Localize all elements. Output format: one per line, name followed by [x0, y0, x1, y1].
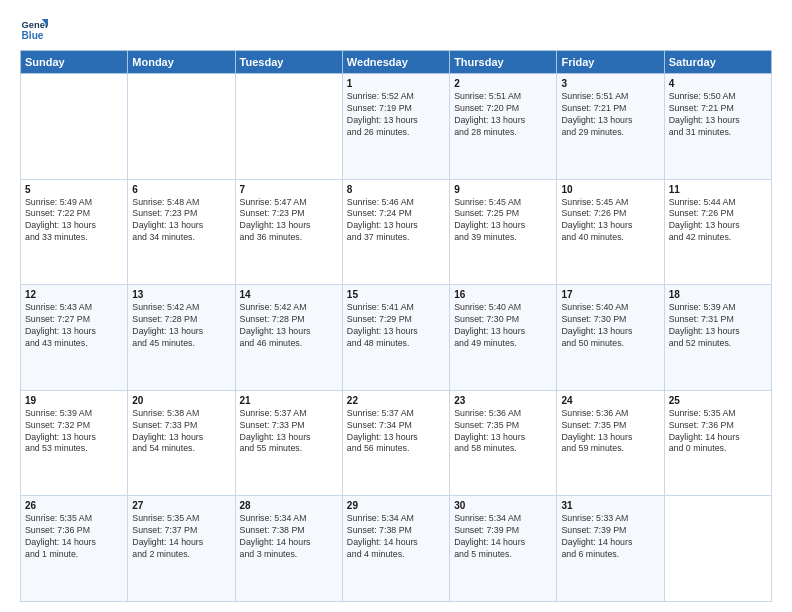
day-number: 8	[347, 184, 445, 195]
calendar-cell: 22Sunrise: 5:37 AM Sunset: 7:34 PM Dayli…	[342, 390, 449, 496]
calendar-cell: 17Sunrise: 5:40 AM Sunset: 7:30 PM Dayli…	[557, 285, 664, 391]
day-info: Sunrise: 5:37 AM Sunset: 7:33 PM Dayligh…	[240, 408, 338, 456]
day-number: 6	[132, 184, 230, 195]
day-number: 21	[240, 395, 338, 406]
day-number: 27	[132, 500, 230, 511]
svg-text:Blue: Blue	[22, 30, 44, 41]
day-info: Sunrise: 5:34 AM Sunset: 7:38 PM Dayligh…	[240, 513, 338, 561]
day-info: Sunrise: 5:45 AM Sunset: 7:26 PM Dayligh…	[561, 197, 659, 245]
calendar-cell: 12Sunrise: 5:43 AM Sunset: 7:27 PM Dayli…	[21, 285, 128, 391]
day-info: Sunrise: 5:40 AM Sunset: 7:30 PM Dayligh…	[454, 302, 552, 350]
day-info: Sunrise: 5:39 AM Sunset: 7:31 PM Dayligh…	[669, 302, 767, 350]
logo-icon: General Blue	[20, 16, 48, 44]
day-number: 26	[25, 500, 123, 511]
calendar-cell: 20Sunrise: 5:38 AM Sunset: 7:33 PM Dayli…	[128, 390, 235, 496]
week-row-2: 5Sunrise: 5:49 AM Sunset: 7:22 PM Daylig…	[21, 179, 772, 285]
calendar-cell: 6Sunrise: 5:48 AM Sunset: 7:23 PM Daylig…	[128, 179, 235, 285]
day-number: 16	[454, 289, 552, 300]
week-row-1: 1Sunrise: 5:52 AM Sunset: 7:19 PM Daylig…	[21, 74, 772, 180]
calendar-cell: 25Sunrise: 5:35 AM Sunset: 7:36 PM Dayli…	[664, 390, 771, 496]
day-number: 24	[561, 395, 659, 406]
weekday-header-monday: Monday	[128, 51, 235, 74]
day-number: 9	[454, 184, 552, 195]
calendar-cell	[21, 74, 128, 180]
day-info: Sunrise: 5:49 AM Sunset: 7:22 PM Dayligh…	[25, 197, 123, 245]
day-number: 12	[25, 289, 123, 300]
day-number: 18	[669, 289, 767, 300]
day-number: 10	[561, 184, 659, 195]
day-info: Sunrise: 5:42 AM Sunset: 7:28 PM Dayligh…	[132, 302, 230, 350]
calendar-cell: 31Sunrise: 5:33 AM Sunset: 7:39 PM Dayli…	[557, 496, 664, 602]
calendar-cell: 30Sunrise: 5:34 AM Sunset: 7:39 PM Dayli…	[450, 496, 557, 602]
day-info: Sunrise: 5:36 AM Sunset: 7:35 PM Dayligh…	[561, 408, 659, 456]
weekday-header-saturday: Saturday	[664, 51, 771, 74]
day-info: Sunrise: 5:52 AM Sunset: 7:19 PM Dayligh…	[347, 91, 445, 139]
calendar-cell	[128, 74, 235, 180]
day-number: 30	[454, 500, 552, 511]
weekday-row: SundayMondayTuesdayWednesdayThursdayFrid…	[21, 51, 772, 74]
calendar-cell: 2Sunrise: 5:51 AM Sunset: 7:20 PM Daylig…	[450, 74, 557, 180]
weekday-header-tuesday: Tuesday	[235, 51, 342, 74]
day-number: 3	[561, 78, 659, 89]
day-info: Sunrise: 5:46 AM Sunset: 7:24 PM Dayligh…	[347, 197, 445, 245]
day-info: Sunrise: 5:36 AM Sunset: 7:35 PM Dayligh…	[454, 408, 552, 456]
logo: General Blue	[20, 16, 50, 44]
day-info: Sunrise: 5:48 AM Sunset: 7:23 PM Dayligh…	[132, 197, 230, 245]
day-info: Sunrise: 5:45 AM Sunset: 7:25 PM Dayligh…	[454, 197, 552, 245]
weekday-header-sunday: Sunday	[21, 51, 128, 74]
day-info: Sunrise: 5:35 AM Sunset: 7:36 PM Dayligh…	[25, 513, 123, 561]
calendar-cell: 13Sunrise: 5:42 AM Sunset: 7:28 PM Dayli…	[128, 285, 235, 391]
day-info: Sunrise: 5:34 AM Sunset: 7:39 PM Dayligh…	[454, 513, 552, 561]
weekday-header-friday: Friday	[557, 51, 664, 74]
day-number: 25	[669, 395, 767, 406]
calendar-cell: 8Sunrise: 5:46 AM Sunset: 7:24 PM Daylig…	[342, 179, 449, 285]
day-info: Sunrise: 5:43 AM Sunset: 7:27 PM Dayligh…	[25, 302, 123, 350]
calendar-cell: 19Sunrise: 5:39 AM Sunset: 7:32 PM Dayli…	[21, 390, 128, 496]
day-number: 29	[347, 500, 445, 511]
day-number: 20	[132, 395, 230, 406]
day-info: Sunrise: 5:35 AM Sunset: 7:36 PM Dayligh…	[669, 408, 767, 456]
day-info: Sunrise: 5:51 AM Sunset: 7:21 PM Dayligh…	[561, 91, 659, 139]
calendar-cell: 29Sunrise: 5:34 AM Sunset: 7:38 PM Dayli…	[342, 496, 449, 602]
day-number: 13	[132, 289, 230, 300]
calendar-cell: 24Sunrise: 5:36 AM Sunset: 7:35 PM Dayli…	[557, 390, 664, 496]
day-number: 4	[669, 78, 767, 89]
calendar-cell: 21Sunrise: 5:37 AM Sunset: 7:33 PM Dayli…	[235, 390, 342, 496]
calendar-cell: 16Sunrise: 5:40 AM Sunset: 7:30 PM Dayli…	[450, 285, 557, 391]
day-number: 28	[240, 500, 338, 511]
weekday-header-wednesday: Wednesday	[342, 51, 449, 74]
calendar-cell: 1Sunrise: 5:52 AM Sunset: 7:19 PM Daylig…	[342, 74, 449, 180]
calendar-cell: 5Sunrise: 5:49 AM Sunset: 7:22 PM Daylig…	[21, 179, 128, 285]
calendar-cell: 28Sunrise: 5:34 AM Sunset: 7:38 PM Dayli…	[235, 496, 342, 602]
day-info: Sunrise: 5:47 AM Sunset: 7:23 PM Dayligh…	[240, 197, 338, 245]
calendar-cell: 27Sunrise: 5:35 AM Sunset: 7:37 PM Dayli…	[128, 496, 235, 602]
day-number: 22	[347, 395, 445, 406]
calendar-cell: 14Sunrise: 5:42 AM Sunset: 7:28 PM Dayli…	[235, 285, 342, 391]
calendar-cell: 4Sunrise: 5:50 AM Sunset: 7:21 PM Daylig…	[664, 74, 771, 180]
calendar-cell: 9Sunrise: 5:45 AM Sunset: 7:25 PM Daylig…	[450, 179, 557, 285]
day-info: Sunrise: 5:40 AM Sunset: 7:30 PM Dayligh…	[561, 302, 659, 350]
day-number: 19	[25, 395, 123, 406]
day-info: Sunrise: 5:41 AM Sunset: 7:29 PM Dayligh…	[347, 302, 445, 350]
day-info: Sunrise: 5:37 AM Sunset: 7:34 PM Dayligh…	[347, 408, 445, 456]
weekday-header-thursday: Thursday	[450, 51, 557, 74]
header: General Blue	[20, 16, 772, 44]
day-info: Sunrise: 5:50 AM Sunset: 7:21 PM Dayligh…	[669, 91, 767, 139]
day-number: 14	[240, 289, 338, 300]
day-number: 31	[561, 500, 659, 511]
day-info: Sunrise: 5:38 AM Sunset: 7:33 PM Dayligh…	[132, 408, 230, 456]
day-number: 7	[240, 184, 338, 195]
week-row-3: 12Sunrise: 5:43 AM Sunset: 7:27 PM Dayli…	[21, 285, 772, 391]
calendar-cell: 11Sunrise: 5:44 AM Sunset: 7:26 PM Dayli…	[664, 179, 771, 285]
day-info: Sunrise: 5:42 AM Sunset: 7:28 PM Dayligh…	[240, 302, 338, 350]
day-number: 5	[25, 184, 123, 195]
day-number: 1	[347, 78, 445, 89]
calendar-page: General Blue SundayMondayTuesdayWednesda…	[0, 0, 792, 612]
calendar-cell: 23Sunrise: 5:36 AM Sunset: 7:35 PM Dayli…	[450, 390, 557, 496]
calendar-cell: 15Sunrise: 5:41 AM Sunset: 7:29 PM Dayli…	[342, 285, 449, 391]
calendar-cell: 3Sunrise: 5:51 AM Sunset: 7:21 PM Daylig…	[557, 74, 664, 180]
calendar-cell: 7Sunrise: 5:47 AM Sunset: 7:23 PM Daylig…	[235, 179, 342, 285]
calendar-cell: 18Sunrise: 5:39 AM Sunset: 7:31 PM Dayli…	[664, 285, 771, 391]
week-row-5: 26Sunrise: 5:35 AM Sunset: 7:36 PM Dayli…	[21, 496, 772, 602]
day-number: 17	[561, 289, 659, 300]
